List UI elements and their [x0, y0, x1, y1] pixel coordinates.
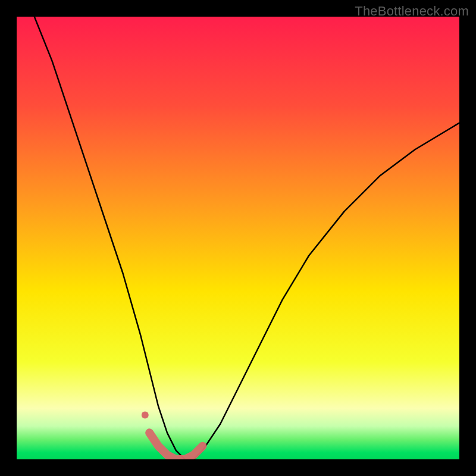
watermark-text: TheBottleneck.com [355, 4, 469, 19]
plot-area [17, 17, 459, 459]
highlight-dot [142, 412, 149, 419]
chart-svg [17, 17, 459, 459]
chart-frame: TheBottleneck.com [0, 0, 476, 476]
gradient-background [17, 17, 459, 459]
